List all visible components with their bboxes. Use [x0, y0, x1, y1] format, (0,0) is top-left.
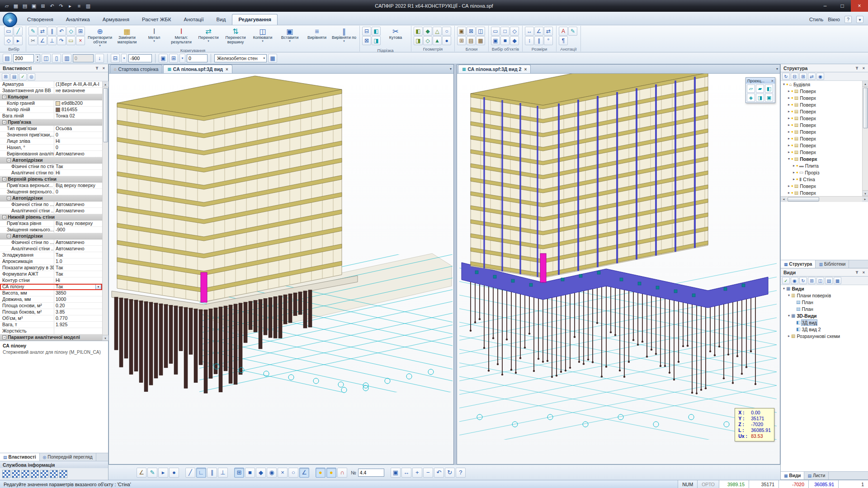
bulb-aux-icon[interactable]: ●: [326, 468, 336, 478]
viewport-tab[interactable]: ▦СА пілона.spf:3Д вид×: [163, 65, 232, 73]
views-item-plan-2[interactable]: ▤План: [781, 305, 862, 312]
property-value[interactable]: (1)Верт А-ІІІ,А-ІІІ,А-І: [54, 81, 102, 87]
expand-icon[interactable]: ▸: [787, 103, 791, 107]
dim-vertical-icon[interactable]: ↕: [525, 36, 534, 45]
expand-icon[interactable]: ▸: [787, 109, 791, 113]
property-value[interactable]: Автоматично: [54, 239, 102, 245]
property-row[interactable]: Лице зліваНі: [0, 138, 102, 145]
ribbon-tab-analytics[interactable]: Аналітика: [60, 14, 96, 25]
property-row[interactable]: Аналітичної стіни ...Автоматично: [0, 246, 102, 252]
point-shape-icon[interactable]: ●: [442, 36, 451, 45]
redo-icon[interactable]: ↷: [57, 2, 65, 10]
service-grid-icon[interactable]: [12, 470, 20, 478]
union-icon[interactable]: ◧: [414, 27, 423, 36]
service-grid-icon[interactable]: [31, 470, 39, 478]
proj-free-icon[interactable]: ▣: [765, 94, 773, 102]
property-value[interactable]: 816455: [54, 107, 102, 113]
scroll-left-icon[interactable]: ◂: [781, 197, 787, 202]
property-value[interactable]: 1.0: [54, 258, 102, 264]
visibility-bulb-icon[interactable]: ●: [786, 82, 788, 86]
expand-icon[interactable]: ▸: [787, 116, 791, 120]
structure-item-opening[interactable]: ▸●▭Проріз: [781, 169, 862, 176]
horizontal-scrollbar[interactable]: ◂ ▸: [781, 196, 868, 202]
service-grid-icon[interactable]: [50, 470, 58, 478]
delete-object-icon[interactable]: ×: [76, 36, 85, 45]
property-value[interactable]: Так: [54, 252, 102, 258]
property-value[interactable]: Так: [54, 271, 102, 277]
nearest-snap-icon[interactable]: ○: [288, 468, 298, 478]
property-value[interactable]: Автоматично: [54, 202, 102, 207]
expand-icon[interactable]: ▸: [787, 96, 791, 100]
close-panel-icon[interactable]: ×: [861, 65, 867, 71]
property-value[interactable]: Ні: [54, 277, 102, 283]
dim-degree-icon[interactable]: °: [544, 36, 553, 45]
ortho-mode-icon[interactable]: ∟: [196, 468, 206, 478]
visibility-bulb-icon[interactable]: ●: [791, 116, 793, 120]
expand-icon[interactable]: ▾: [787, 314, 791, 318]
duplicate-view-icon[interactable]: ◫: [816, 277, 824, 284]
block-edit-icon[interactable]: ▤: [467, 36, 476, 45]
paragraph-note-icon[interactable]: ¶: [559, 36, 568, 45]
print-icon[interactable]: ⊞: [39, 2, 47, 10]
property-row[interactable]: Формувати АЖТТак: [0, 271, 102, 277]
properties-tab-Властивості[interactable]: ▤Властивості: [0, 453, 40, 461]
property-value[interactable]: Від верху поверху: [54, 183, 102, 188]
visibility-bulb-icon[interactable]: ●: [796, 177, 798, 181]
convert-objects-button[interactable]: ⊕Перетворити об'єкти▾: [87, 27, 113, 47]
pick-type-icon[interactable]: ◇: [510, 27, 519, 36]
scrollbar-thumb[interactable]: [788, 197, 819, 202]
apply-check-icon[interactable]: ✓: [782, 277, 790, 284]
select-line-icon[interactable]: ╱: [14, 27, 23, 36]
property-row[interactable]: Площа основи, м²0.20: [0, 303, 102, 309]
property-row[interactable]: Фізичні стіни по стініТак: [0, 164, 102, 170]
expand-icon[interactable]: ▸: [787, 143, 791, 147]
property-value[interactable]: Ні: [54, 170, 102, 176]
save-file-icon[interactable]: ▣: [30, 2, 38, 10]
pin-icon[interactable]: Ŧ: [94, 65, 100, 71]
select-polygon-icon[interactable]: ◇: [4, 36, 13, 45]
undo-icon[interactable]: ↶: [48, 2, 56, 10]
structure-item-floor[interactable]: ▸●▤Поверх: [781, 122, 862, 128]
close-tab-icon[interactable]: ×: [226, 67, 228, 72]
property-value[interactable]: Автоматично: [54, 208, 102, 214]
align-button[interactable]: ≡Вирівняти: [304, 27, 330, 47]
angle-snap-icon[interactable]: ∠: [299, 468, 309, 478]
text-note-icon[interactable]: A: [559, 27, 568, 36]
close-panel-icon[interactable]: ×: [101, 65, 107, 71]
collapse-icon[interactable]: −: [2, 177, 6, 181]
structure-tab-Структура[interactable]: ▦Структура: [781, 260, 816, 268]
visibility-bulb-icon[interactable]: ●: [791, 123, 793, 127]
status-cell-num[interactable]: NUM: [678, 480, 697, 488]
property-section[interactable]: −Автопідрізки: [0, 157, 102, 164]
pick-empty-icon[interactable]: □: [500, 27, 509, 36]
property-section[interactable]: −Верхній рівень стіни: [0, 176, 102, 183]
fit-view-icon[interactable]: ▣: [391, 468, 401, 478]
minimize-button[interactable]: –: [816, 0, 834, 12]
block-explode-icon[interactable]: ⊠: [467, 27, 476, 36]
material-select[interactable]: Железобетон стен ▾: [214, 54, 267, 62]
property-row[interactable]: Вага лінійТонка 02: [0, 113, 102, 119]
structure-item-floor[interactable]: ▸●▤Поверх: [781, 101, 862, 108]
collapse-icon[interactable]: −: [2, 215, 6, 219]
property-row[interactable]: Завантаження для ВВне визначене: [0, 88, 102, 94]
structure-item-floor[interactable]: ▸●▤Поверх: [781, 128, 862, 135]
views-item-views-3d[interactable]: ▾▦3D-Види: [781, 312, 862, 319]
proj-iso-icon[interactable]: ◈: [747, 94, 755, 102]
3d-view-canvas-2[interactable]: [457, 74, 780, 464]
tab-list-icon[interactable]: ▾: [450, 67, 452, 71]
structure-item-floor[interactable]: ▸●▤Поверх: [781, 149, 862, 155]
search-icon[interactable]: ◎: [28, 73, 35, 80]
property-row[interactable]: ЗгладжуванняТак: [0, 252, 102, 258]
wall-bottom-align-icon[interactable]: ▥: [62, 54, 71, 63]
service-grid-icon[interactable]: [21, 470, 29, 478]
zoom-in-icon[interactable]: +: [412, 468, 422, 478]
property-value[interactable]: e9d8b200: [54, 100, 102, 106]
expand-icon[interactable]: ▸: [787, 334, 791, 338]
property-row[interactable]: Контур стіниНі: [0, 277, 102, 284]
profile-icon[interactable]: △: [433, 27, 442, 36]
endpoint-snap-icon[interactable]: ■: [245, 468, 255, 478]
property-value[interactable]: 0: [54, 132, 102, 138]
property-value[interactable]: Так: [54, 164, 102, 169]
menu-style[interactable]: Стиль: [809, 17, 823, 22]
ribbon-tab-edit[interactable]: Редагування: [232, 14, 278, 25]
